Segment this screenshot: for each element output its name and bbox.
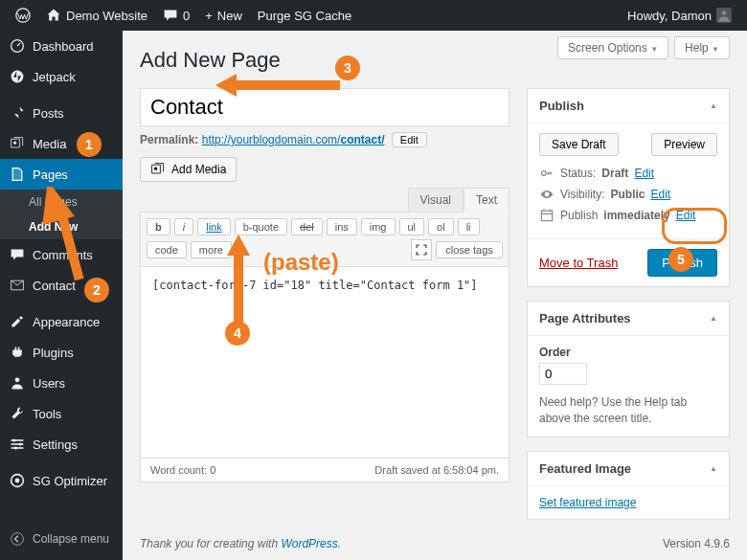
svg-point-15 bbox=[11, 533, 24, 546]
order-label: Order bbox=[539, 346, 717, 359]
add-media-button[interactable]: Add Media bbox=[140, 157, 237, 182]
chevron-down-icon: ▼ bbox=[650, 45, 658, 54]
tbtn-link[interactable]: link bbox=[197, 218, 231, 235]
permalink-link[interactable]: http://yourblogdomain.com/contact/ bbox=[202, 133, 385, 146]
media-icon bbox=[10, 136, 25, 151]
menu-appearance[interactable]: Appearance bbox=[0, 306, 123, 337]
tab-visual[interactable]: Visual bbox=[408, 188, 464, 213]
chevron-down-icon: ▼ bbox=[712, 45, 719, 54]
menu-tools[interactable]: Tools bbox=[0, 398, 123, 429]
tbtn-b[interactable]: b bbox=[147, 218, 170, 235]
collapse-menu[interactable]: Collapse menu bbox=[0, 524, 123, 554]
tbtn-ol[interactable]: ol bbox=[428, 218, 454, 235]
sg-icon bbox=[10, 473, 25, 488]
footer: Thank you for creating with WordPress. V… bbox=[123, 527, 747, 560]
key-icon bbox=[539, 166, 555, 181]
publish-box-header[interactable]: Publish▲ bbox=[528, 89, 729, 123]
wp-logo[interactable] bbox=[8, 0, 38, 31]
tbtn-bquote[interactable]: b-quote bbox=[235, 218, 287, 235]
menu-jetpack[interactable]: Jetpack bbox=[0, 61, 123, 92]
page-attributes-header[interactable]: Page Attributes▲ bbox=[528, 302, 729, 336]
chevron-up-icon: ▲ bbox=[710, 314, 717, 323]
tbtn-img[interactable]: img bbox=[361, 218, 396, 235]
tbtn-ins[interactable]: ins bbox=[327, 218, 357, 235]
editor-statusbar: Word count: 0 Draft saved at 6:58:04 pm. bbox=[140, 459, 509, 482]
tbtn-code[interactable]: code bbox=[147, 241, 187, 258]
permalink: Permalink: http://yourblogdomain.com/con… bbox=[140, 132, 509, 147]
tools-icon bbox=[10, 406, 25, 421]
tbtn-li[interactable]: li bbox=[458, 218, 480, 235]
tbtn-i[interactable]: i bbox=[174, 218, 193, 235]
visibility-edit[interactable]: Edit bbox=[650, 188, 670, 201]
callout-2: 2 bbox=[84, 278, 109, 302]
howdy[interactable]: Howdy, Damon bbox=[620, 0, 739, 31]
svg-point-12 bbox=[14, 446, 17, 449]
svg-point-14 bbox=[15, 479, 20, 483]
tbtn-closetags[interactable]: close tags bbox=[436, 241, 503, 258]
move-to-trash[interactable]: Move to Trash bbox=[539, 256, 618, 270]
comments-link[interactable]: 0 bbox=[155, 0, 197, 31]
menu-plugins[interactable]: Plugins bbox=[0, 337, 123, 368]
order-input[interactable] bbox=[539, 363, 587, 385]
fullscreen-icon bbox=[415, 243, 428, 257]
menu-sg-optimizer[interactable]: SG Optimizer bbox=[0, 465, 123, 496]
featured-image-box: Featured Image▲ Set featured image bbox=[527, 451, 730, 520]
new-link[interactable]: +New bbox=[197, 0, 250, 31]
visibility-row: Visibility: Public Edit bbox=[539, 187, 717, 202]
menu-media[interactable]: Media bbox=[0, 128, 123, 159]
wordpress-link[interactable]: WordPress bbox=[281, 537, 337, 550]
tbtn-ul[interactable]: ul bbox=[399, 218, 425, 235]
tbtn-del[interactable]: del bbox=[291, 218, 323, 235]
svg-marker-21 bbox=[227, 235, 250, 325]
users-icon bbox=[10, 375, 25, 391]
help-button[interactable]: Help ▼ bbox=[674, 36, 730, 59]
permalink-edit-button[interactable]: Edit bbox=[392, 132, 427, 147]
callout-4: 4 bbox=[225, 321, 250, 346]
svg-point-1 bbox=[722, 11, 727, 15]
paste-label: (paste) bbox=[263, 249, 339, 276]
menu-users[interactable]: Users bbox=[0, 368, 123, 398]
publish-ring bbox=[662, 208, 727, 244]
arrow-4-to-editor bbox=[225, 235, 254, 325]
collapse-icon bbox=[10, 531, 25, 547]
callout-3: 3 bbox=[335, 56, 360, 80]
svg-point-16 bbox=[154, 168, 157, 170]
attributes-help: Need help? Use the Help tab above the sc… bbox=[539, 394, 717, 427]
save-draft-button[interactable]: Save Draft bbox=[539, 133, 619, 156]
site-name: Demo Website bbox=[66, 9, 147, 23]
editor-textarea[interactable]: [contact-form-7 id="18" title="Contact f… bbox=[141, 266, 509, 458]
status-edit[interactable]: Edit bbox=[634, 167, 654, 180]
version: Version 4.9.6 bbox=[663, 537, 730, 550]
purge-cache[interactable]: Purge SG Cache bbox=[250, 0, 359, 31]
tab-text[interactable]: Text bbox=[464, 188, 509, 213]
pin-icon bbox=[10, 105, 25, 121]
menu-dashboard[interactable]: Dashboard bbox=[0, 31, 123, 61]
svg-point-5 bbox=[19, 316, 22, 319]
menu-posts[interactable]: Posts bbox=[0, 98, 123, 128]
page-attributes-box: Page Attributes▲ Order Need help? Use th… bbox=[527, 301, 730, 437]
screen-options-button[interactable]: Screen Options ▼ bbox=[557, 36, 668, 59]
arrow-2-to-addnew bbox=[29, 187, 86, 282]
featured-image-header[interactable]: Featured Image▲ bbox=[528, 452, 729, 486]
preview-button[interactable]: Preview bbox=[651, 133, 717, 156]
comments-icon bbox=[10, 247, 25, 262]
eye-icon bbox=[539, 187, 555, 202]
avatar-icon bbox=[716, 8, 732, 23]
svg-point-10 bbox=[12, 438, 15, 441]
svg-point-3 bbox=[11, 71, 24, 83]
fullscreen-button[interactable] bbox=[411, 239, 432, 260]
set-featured-image[interactable]: Set featured image bbox=[539, 496, 636, 509]
chevron-up-icon: ▲ bbox=[710, 464, 717, 473]
menu-pages[interactable]: Pages bbox=[0, 159, 123, 190]
word-count: Word count: 0 bbox=[150, 464, 215, 476]
publish-box: Publish▲ Save Draft Preview Status: Draf… bbox=[527, 88, 730, 287]
contact-icon bbox=[10, 278, 25, 293]
site-link[interactable]: Demo Website bbox=[38, 0, 155, 31]
svg-point-17 bbox=[541, 171, 546, 176]
plus-icon: + bbox=[205, 9, 213, 23]
chevron-up-icon: ▲ bbox=[710, 101, 717, 110]
menu-settings[interactable]: Settings bbox=[0, 429, 123, 459]
callout-5: 5 bbox=[668, 247, 693, 272]
main-content: Screen Options ▼ Help ▼ Add New Page Per… bbox=[123, 31, 747, 560]
admin-bar: Demo Website 0 +New Purge SG Cache Howdy… bbox=[0, 0, 747, 31]
